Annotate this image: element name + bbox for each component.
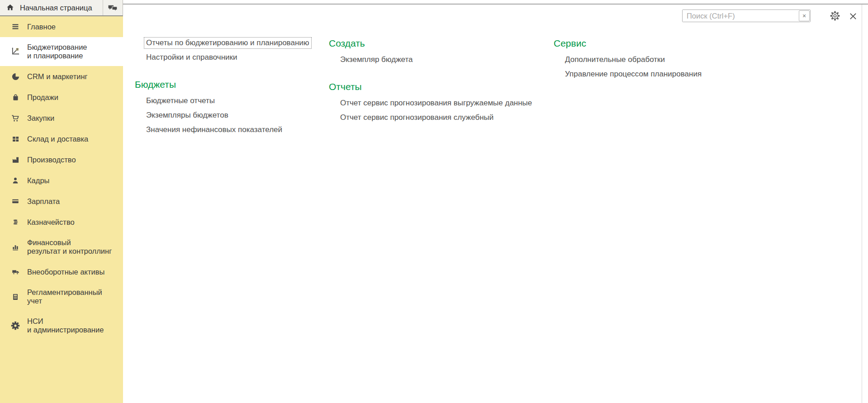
bar-chart-icon [10, 242, 21, 251]
pie-chart-icon [10, 72, 21, 81]
section-title-byudzhety: Бюджеты [135, 76, 312, 94]
panel-right-border [862, 5, 862, 403]
link-nastroyki-i-spravochniki[interactable]: Настройки и справочники [146, 53, 237, 62]
menu-icon [10, 22, 21, 31]
link-ekzemplyar-byudzheta[interactable]: Экземпляр бюджета [340, 55, 413, 64]
sidebar-item-label: Главное [27, 23, 56, 31]
content-column-1: Отчеты по бюджетированию и планированию … [135, 36, 312, 137]
link-otchety-po-byudzhetirovaniyu[interactable]: Отчеты по бюджетированию и планированию [144, 37, 312, 49]
chat-icon [108, 4, 118, 12]
clear-icon: × [802, 12, 806, 19]
sidebar-item-label: Склад и доставка [27, 135, 88, 143]
link-upravlenie-protsessom-planirovaniya[interactable]: Управление процессом планирования [565, 70, 702, 79]
sidebar-item-label: Внеоборотные активы [27, 268, 104, 276]
link-znacheniya-nefinansovykh-pokazateley[interactable]: Значения нефинансовых показателей [146, 125, 282, 134]
sidebar-item-label: НСИ и администрирование [27, 317, 104, 334]
sidebar-item-label: Кадры [27, 176, 49, 185]
sidebar-item-zakupki[interactable]: Закупки [0, 108, 123, 128]
sidebar-item-kaznacheystvo[interactable]: Казначейство [0, 212, 123, 232]
sidebar-item-label: Продажи [27, 93, 58, 102]
link-dopolnitelnye-obrabotki[interactable]: Дополнительные обработки [565, 55, 665, 64]
link-ekzemplyary-byudzhetov[interactable]: Экземпляры бюджетов [146, 111, 228, 120]
panel-top-border [123, 4, 868, 5]
truck-icon [10, 267, 21, 276]
factory-icon [10, 155, 21, 164]
home-icon [6, 4, 14, 12]
sidebar-item-label: Финансовый результат и контроллинг [27, 238, 112, 256]
person-icon [10, 176, 21, 185]
section-title-otchety: Отчеты [329, 78, 532, 96]
sidebar-item-label: Казначейство [27, 218, 75, 227]
home-tab[interactable]: Начальная страница [0, 0, 103, 15]
cart-icon [10, 114, 21, 123]
sidebar-item-label: Бюджетирование и планирование [27, 43, 87, 60]
budget-chart-icon [10, 47, 21, 56]
sidebar-item-nsi[interactable]: НСИ и администрирование [0, 311, 123, 340]
sidebar-item-label: Зарплата [27, 197, 60, 206]
app-window: Начальная страница Главное [0, 0, 868, 403]
calculator-icon [10, 292, 21, 301]
close-icon [849, 12, 857, 20]
search-clear-button[interactable]: × [799, 10, 810, 21]
sidebar-item-sklad[interactable]: Склад и доставка [0, 128, 123, 149]
sidebar-item-crm[interactable]: CRM и маркетинг [0, 66, 123, 87]
sidebar-item-reglament[interactable]: Регламентированный учет [0, 282, 123, 311]
content-column-2: Создать Экземпляр бюджета Отчеты Отчет с… [329, 34, 532, 125]
sidebar-item-label: Производство [27, 156, 76, 164]
warehouse-grid-icon [10, 134, 21, 143]
sidebar-item-label: CRM и маркетинг [27, 72, 88, 81]
sidebar-item-finrezultat[interactable]: Финансовый результат и контроллинг [0, 232, 123, 261]
settings-button[interactable] [829, 10, 841, 22]
search-box: × [682, 9, 811, 22]
sidebar-item-proizvodstvo[interactable]: Производство [0, 149, 123, 170]
section-title-sozdat: Создать [329, 34, 532, 52]
close-panel-button[interactable] [847, 10, 859, 22]
sidebar-item-zarplata[interactable]: Зарплата [0, 191, 123, 212]
top-tab-bar: Начальная страница [0, 0, 123, 16]
settings-gear-icon [830, 10, 840, 21]
link-otchet-vygruzhaemye-dannye[interactable]: Отчет сервис прогнозирования выгружаемые… [340, 99, 532, 108]
sidebar-item-glavnoe[interactable]: Главное [0, 16, 123, 37]
sidebar-item-vneoborotnye[interactable]: Внеоборотные активы [0, 261, 123, 282]
link-byudzhetnye-otchety[interactable]: Бюджетные отчеты [146, 96, 215, 105]
coins-icon [10, 218, 21, 227]
sidebar-item-prodazhi[interactable]: Продажи [0, 87, 123, 108]
sidebar-item-budgeting[interactable]: Бюджетирование и планирование [0, 37, 123, 66]
discussions-button[interactable] [103, 0, 123, 15]
shopping-bag-icon [10, 93, 21, 102]
sidebar-item-label: Закупки [27, 114, 54, 123]
link-otchet-sluzhebnyy[interactable]: Отчет сервис прогнозирования служебный [340, 113, 493, 122]
content-column-3: Сервис Дополнительные обработки Управлен… [554, 34, 702, 81]
gear-icon [10, 321, 21, 330]
section-title-servis: Сервис [554, 34, 702, 52]
search-input[interactable] [683, 10, 810, 22]
section-sidebar: Главное Бюджетирование и планирование [0, 16, 123, 403]
credit-card-icon [10, 197, 21, 206]
sidebar-item-label: Регламентированный учет [27, 288, 102, 305]
sidebar-item-kadry[interactable]: Кадры [0, 170, 123, 191]
home-tab-label: Начальная страница [20, 4, 92, 12]
